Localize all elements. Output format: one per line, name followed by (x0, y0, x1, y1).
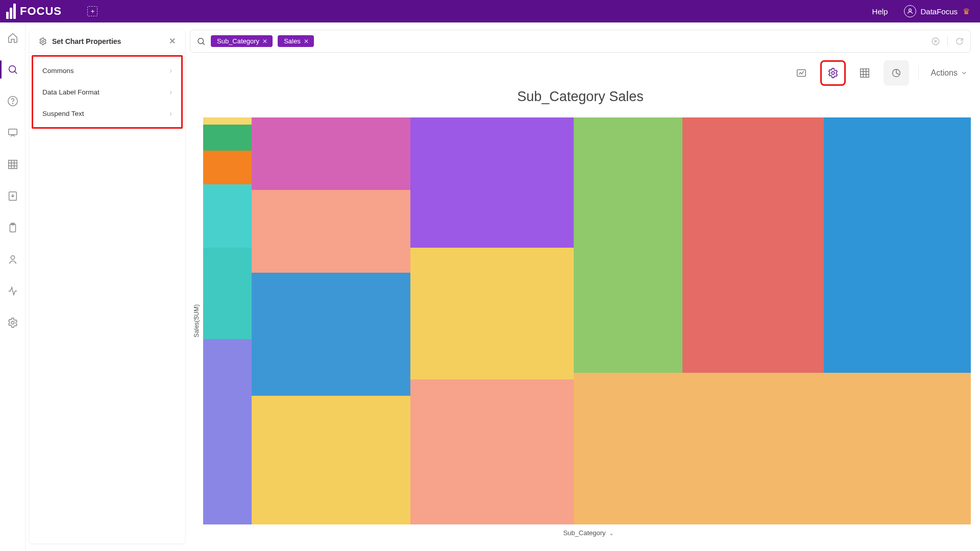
cell[interactable] (574, 373, 971, 524)
chevron-right-icon: › (169, 66, 172, 75)
cell[interactable] (203, 184, 252, 248)
chevron-down-icon (961, 69, 968, 77)
data-label-toggle[interactable] (789, 60, 814, 86)
rail-grid[interactable] (7, 158, 19, 171)
svg-point-12 (198, 38, 204, 44)
panel-items-highlight: Commons › Data Label Format › Suspend Te… (32, 55, 183, 129)
mosaic-plot: Sales(SUM) (206, 117, 971, 524)
cell[interactable] (682, 117, 824, 373)
chip-remove-icon[interactable]: ✕ (304, 38, 309, 45)
svg-rect-4 (8, 129, 17, 135)
chevron-right-icon: › (169, 109, 172, 117)
chart-col-0[interactable] (203, 117, 252, 524)
clear-query-icon[interactable] (931, 37, 940, 46)
svg-point-3 (12, 103, 13, 104)
chip-remove-icon[interactable]: ✕ (262, 38, 267, 45)
rail-activity[interactable] (7, 285, 19, 297)
crown-icon: ♛ (963, 7, 970, 16)
rail-settings[interactable] (7, 317, 19, 329)
query-chip-sales[interactable]: Sales✕ (278, 35, 314, 47)
cell[interactable] (410, 248, 574, 379)
query-chip-sub-category[interactable]: Sub_Category✕ (211, 35, 273, 47)
chevron-right-icon: › (169, 88, 172, 96)
y-axis-label: Sales(SUM) (193, 304, 200, 338)
prop-row-suspend-text[interactable]: Suspend Text › (33, 103, 181, 124)
cell[interactable] (252, 273, 410, 396)
cell[interactable] (203, 117, 252, 125)
rail-search[interactable] (7, 63, 19, 76)
user-avatar-icon (904, 5, 916, 17)
rail-save[interactable] (7, 190, 19, 202)
rail-clipboard[interactable] (7, 222, 19, 234)
chart-col-3-upper (574, 117, 971, 373)
chart-title: Sub_Category Sales (190, 89, 971, 105)
svg-rect-5 (8, 160, 17, 169)
cell[interactable] (252, 190, 410, 273)
cell[interactable] (203, 125, 252, 151)
cell[interactable] (252, 117, 410, 190)
actions-menu[interactable]: Actions (928, 68, 971, 78)
svg-rect-16 (860, 69, 869, 78)
prop-row-data-label-format[interactable]: Data Label Format › (33, 81, 181, 103)
rail-home[interactable] (7, 32, 19, 44)
chart-area: Sub_Category Sales › Sales(SUM) (190, 89, 971, 545)
query-bar[interactable]: Sub_Category✕ Sales✕ (190, 30, 971, 53)
svg-point-9 (11, 256, 14, 259)
app-logo: FOCUS (6, 4, 62, 19)
chart-settings-button[interactable] (820, 60, 846, 86)
cell[interactable] (203, 248, 252, 339)
chart-col-3[interactable] (574, 117, 971, 524)
cell[interactable] (410, 379, 574, 524)
chart-properties-panel: Set Chart Properties ✕ Commons › Data La… (30, 30, 185, 543)
divider (918, 65, 919, 81)
left-nav-rail (0, 22, 26, 551)
app-name: FOCUS (20, 5, 62, 18)
chart-type-button[interactable] (884, 60, 909, 86)
chevron-down-icon: ⌄ (609, 530, 614, 537)
chart-columns (203, 117, 971, 524)
rail-help[interactable] (7, 95, 19, 107)
logo-mark-icon (6, 4, 16, 19)
x-axis-label-row[interactable]: Sub_Category⌄ (206, 529, 971, 537)
topbar: FOCUS ＋ Help DataFocus ♛ (0, 0, 980, 22)
svg-point-10 (11, 321, 14, 324)
rail-user[interactable] (7, 253, 19, 266)
user-name: DataFocus (920, 7, 958, 16)
gear-icon (39, 37, 47, 45)
chart-toolbar: Actions (789, 60, 971, 86)
chart-col-2[interactable] (410, 117, 574, 524)
grid-view-button[interactable] (852, 60, 877, 86)
prop-label: Commons (42, 67, 74, 75)
panel-title: Set Chart Properties (52, 37, 121, 45)
prop-label: Data Label Format (42, 88, 100, 96)
help-link[interactable]: Help (872, 7, 888, 16)
cell[interactable] (574, 117, 682, 373)
svg-point-1 (9, 66, 15, 73)
prop-label: Suspend Text (42, 110, 84, 117)
panel-header: Set Chart Properties ✕ (30, 30, 185, 53)
prop-row-commons[interactable]: Commons › (33, 60, 181, 81)
cell[interactable] (252, 396, 410, 524)
cell[interactable] (410, 117, 574, 248)
x-axis-label: Sub_Category (563, 529, 605, 537)
panel-close-button[interactable]: ✕ (169, 36, 176, 46)
query-bar-actions (931, 37, 964, 46)
user-menu[interactable]: DataFocus ♛ (904, 5, 970, 17)
cell[interactable] (203, 151, 252, 184)
cell[interactable] (203, 339, 252, 524)
svg-point-15 (831, 71, 835, 75)
chart-col-1[interactable] (252, 117, 410, 524)
svg-point-0 (909, 9, 912, 11)
refresh-icon[interactable] (955, 37, 964, 46)
svg-point-11 (42, 40, 44, 42)
search-icon (197, 37, 206, 46)
rail-presentation[interactable] (7, 127, 19, 139)
new-tab-button[interactable]: ＋ (87, 6, 97, 16)
cell[interactable] (824, 117, 971, 373)
divider (947, 37, 948, 46)
